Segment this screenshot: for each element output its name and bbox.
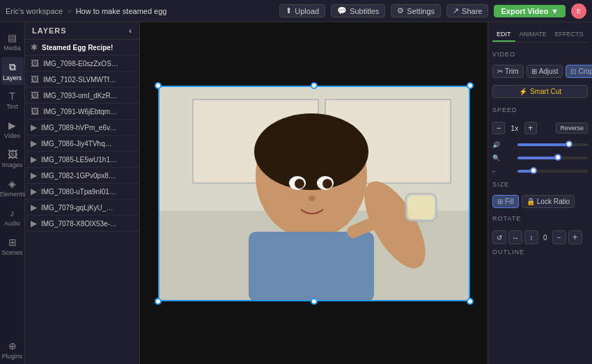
- video-section-label: VIDEO: [492, 51, 588, 58]
- crop-handle-top-left[interactable]: [155, 82, 162, 89]
- rotate-plus-button[interactable]: +: [568, 230, 582, 244]
- layer-video-icon: ▶: [31, 139, 37, 148]
- export-button[interactable]: Export Video ▼: [494, 5, 566, 17]
- video-background: [158, 86, 470, 301]
- crop-handle-top-right[interactable]: [467, 82, 474, 89]
- subtitles-button[interactable]: 💬 Subtitles: [331, 4, 385, 17]
- layer-item[interactable]: 🖼 IMG_7093-omI_dKzRW...: [25, 88, 139, 104]
- crop-icon: ⊡: [570, 68, 576, 75]
- zoom-fill: [517, 157, 560, 159]
- layer-item[interactable]: ▶ IMG_7089-hVPm_e6v.MOV: [25, 120, 139, 136]
- sidebar-item-media[interactable]: ▤ Media: [1, 28, 24, 56]
- text-icon: T: [9, 90, 15, 102]
- layers-collapse-button[interactable]: ‹: [129, 26, 132, 35]
- topbar-left: Eric's workspace > How to make steamed e…: [6, 7, 166, 15]
- flip-h-button[interactable]: ↔: [508, 230, 522, 244]
- rotate-minus-button[interactable]: −: [552, 230, 566, 244]
- size-row: ⊞ Fill 🔒 Lock Ratio: [492, 195, 588, 208]
- corners-slider[interactable]: [517, 170, 588, 173]
- settings-button[interactable]: ⚙ Settings: [391, 4, 441, 17]
- trim-button[interactable]: ✂ Trim: [492, 65, 524, 78]
- layer-name: IMG_7080-uTpa9nI01.M...: [41, 188, 118, 196]
- zoom-thumb[interactable]: [554, 154, 561, 161]
- sidebar-item-plugins[interactable]: ⊕ Plugins: [1, 336, 24, 364]
- speed-increase-button[interactable]: +: [524, 122, 537, 134]
- adjust-icon: ⊞: [531, 68, 537, 75]
- volume-label: 🔊: [492, 141, 515, 148]
- right-panel-tabs: EDIT ANIMATE EFFECTS TIMING: [492, 28, 588, 42]
- layer-name: IMG_7102-SLVMWTfux.j...: [43, 76, 120, 84]
- layer-item[interactable]: ▶ IMG_7082-1GPv0px8m...: [25, 168, 139, 184]
- sidebar-item-images[interactable]: 🖼 Images: [1, 145, 24, 173]
- speed-section-label: SPEED: [492, 106, 588, 113]
- layer-video-icon: ▶: [31, 187, 37, 196]
- layer-item[interactable]: ✱ Steamed Egg Recipe!: [25, 40, 139, 56]
- crop-handle-bottom-center[interactable]: [311, 298, 318, 305]
- layer-item[interactable]: 🖼 IMG_7098-E0szZxOS_JPG: [25, 56, 139, 72]
- workspace-link[interactable]: Eric's workspace: [6, 7, 63, 15]
- sidebar-item-elements[interactable]: ◈ Elements: [1, 174, 24, 202]
- audio-icon: ♪: [10, 207, 15, 219]
- subtitles-icon: 💬: [337, 6, 347, 15]
- elements-icon: ◈: [8, 178, 16, 189]
- right-panel: EDIT ANIMATE EFFECTS TIMING VIDEO ✂ Trim…: [488, 22, 592, 364]
- size-section-label: SIZE: [492, 181, 588, 188]
- layers-title: LAYERS: [32, 26, 67, 35]
- layer-item[interactable]: ▶ IMG_7078-X8OlX53e-M...: [25, 216, 139, 232]
- video-container[interactable]: [158, 86, 470, 301]
- fill-button[interactable]: ⊞ Fill: [492, 195, 519, 208]
- gear-icon: ⚙: [397, 6, 404, 15]
- layer-image-icon: 🖼: [31, 90, 39, 100]
- share-button[interactable]: ↗ Share: [446, 4, 488, 17]
- volume-thumb[interactable]: [566, 141, 572, 148]
- adjust-button[interactable]: ⊞ Adjust: [527, 65, 563, 78]
- sidebar-item-video[interactable]: ▶ Video: [1, 116, 24, 143]
- avatar[interactable]: E: [571, 3, 586, 19]
- lock-ratio-button[interactable]: 🔒 Lock Ratio: [522, 195, 575, 208]
- speed-value: 1x: [508, 124, 522, 132]
- layer-item[interactable]: 🖼 IMG_7102-SLVMWTfux.j...: [25, 72, 139, 88]
- layer-item[interactable]: ▶ IMG_7079-gqLjKyU_w.M...: [25, 200, 139, 216]
- tab-timing[interactable]: TIMING: [588, 28, 592, 42]
- tab-effects[interactable]: EFFECTS: [551, 28, 588, 42]
- crop-button[interactable]: ⊡ Crop: [566, 65, 592, 78]
- layer-video-icon: ▶: [31, 155, 37, 164]
- layer-item[interactable]: ▶ IMG_7085-LE5wU1h1R...: [25, 152, 139, 168]
- crop-handle-bottom-left[interactable]: [155, 298, 162, 305]
- rotate-ccw-button[interactable]: ↺: [492, 230, 506, 244]
- share-icon: ↗: [453, 6, 459, 15]
- sidebar-item-scenes[interactable]: ⊞ Scenes: [1, 232, 24, 260]
- media-icon: ▤: [8, 32, 17, 43]
- layer-name: IMG_7098-E0szZxOS_JPG: [43, 60, 120, 68]
- zoom-slider[interactable]: [517, 157, 588, 159]
- reverse-button[interactable]: Reverse: [556, 122, 588, 134]
- layer-name: IMG_7082-1GPv0px8m...: [41, 172, 118, 180]
- layer-item[interactable]: ▶ IMG_7080-uTpa9nI01.M...: [25, 184, 139, 200]
- lock-icon: 🔒: [527, 198, 535, 205]
- fill-icon: ⊞: [497, 198, 503, 205]
- flip-v-button[interactable]: ↕: [524, 230, 538, 244]
- upload-button[interactable]: ⬆ Upload: [279, 4, 325, 17]
- layers-list: ✱ Steamed Egg Recipe! 🖼 IMG_7098-E0szZxO…: [25, 40, 139, 232]
- layer-video-icon: ▶: [31, 219, 37, 228]
- sidebar-item-audio[interactable]: ♪ Audio: [1, 203, 24, 231]
- speed-decrease-button[interactable]: −: [492, 122, 505, 134]
- tab-animate[interactable]: ANIMATE: [515, 28, 551, 42]
- layer-name: Steamed Egg Recipe!: [42, 44, 113, 52]
- sidebar-item-text[interactable]: T Text: [1, 86, 24, 114]
- corners-label: ⌐: [492, 168, 515, 175]
- smart-cut-button[interactable]: ⚡ Smart Cut: [492, 85, 588, 98]
- crop-handle-top-center[interactable]: [311, 82, 318, 89]
- layer-item[interactable]: ▶ IMG_7086-Jiy4TVhqm.M...: [25, 136, 139, 152]
- svg-rect-9: [407, 196, 435, 219]
- rotate-value: 0: [540, 234, 550, 242]
- images-icon: 🖼: [8, 149, 17, 160]
- layer-item[interactable]: 🖼 IMG_7091-W6jEbtqmq...: [25, 104, 139, 120]
- crop-handle-bottom-right[interactable]: [467, 298, 474, 305]
- layer-image-icon: 🖼: [31, 106, 39, 116]
- volume-slider[interactable]: [517, 143, 588, 146]
- tab-edit[interactable]: EDIT: [492, 28, 515, 42]
- svg-rect-6: [249, 232, 374, 301]
- corners-thumb[interactable]: [530, 167, 537, 174]
- sidebar-item-layers[interactable]: ⧉ Layers: [1, 57, 24, 85]
